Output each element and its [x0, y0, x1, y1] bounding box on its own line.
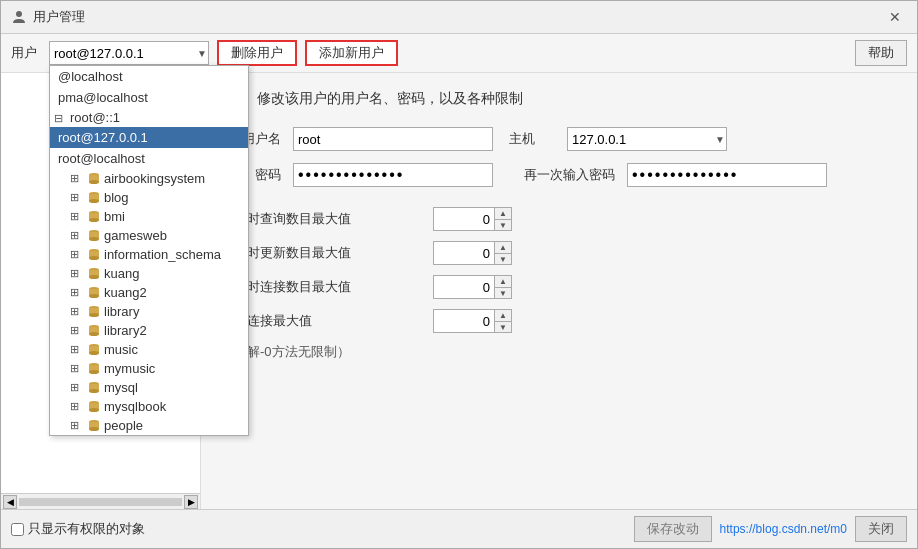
- window-title: 用户管理: [33, 8, 85, 26]
- svg-point-27: [89, 332, 99, 336]
- spinner-down-3[interactable]: ▼: [495, 321, 511, 332]
- spinner-input-0[interactable]: [434, 208, 494, 230]
- close-button[interactable]: 关闭: [855, 516, 907, 542]
- window-close-button[interactable]: ✕: [883, 7, 907, 27]
- tree-toggle-1[interactable]: ⊞: [70, 191, 84, 204]
- svg-point-30: [89, 351, 99, 355]
- tree-toggle-0[interactable]: ⊞: [70, 172, 84, 185]
- tree-toggle-6[interactable]: ⊞: [70, 286, 84, 299]
- spinner-down-0[interactable]: ▼: [495, 219, 511, 230]
- svg-point-9: [89, 218, 99, 222]
- right-panel: 修改该用户的用户名、密码，以及各种限制 用户名 主机 127.0.0.1 ▼ 密…: [201, 73, 917, 509]
- tree-label-0: airbookingsystem: [104, 171, 205, 186]
- user-select-input[interactable]: [49, 41, 209, 65]
- svg-point-24: [89, 313, 99, 317]
- section-title: 修改该用户的用户名、密码，以及各种限制: [257, 90, 523, 108]
- dropdown-item-1[interactable]: pma@localhost: [50, 87, 248, 108]
- tree-item-3[interactable]: ⊞gamesweb: [50, 226, 248, 245]
- tree-label-6: kuang2: [104, 285, 147, 300]
- limit-row-2: 每小时连接数目最大值▲▼: [221, 275, 897, 299]
- spinner-input-3[interactable]: [434, 310, 494, 332]
- tree-item-13[interactable]: ⊞people: [50, 416, 248, 435]
- tree-toggle-12[interactable]: ⊞: [70, 400, 84, 413]
- db-icon-13: [87, 419, 101, 433]
- tree-item-9[interactable]: ⊞music: [50, 340, 248, 359]
- username-input[interactable]: [293, 127, 493, 151]
- spinner-up-3[interactable]: ▲: [495, 310, 511, 321]
- tree-toggle-5[interactable]: ⊞: [70, 267, 84, 280]
- svg-point-0: [16, 11, 22, 17]
- scroll-right-button[interactable]: ▶: [184, 495, 198, 509]
- password-input[interactable]: [293, 163, 493, 187]
- dropdown-item-2[interactable]: root@::1: [68, 110, 120, 125]
- db-icon-2: [87, 210, 101, 224]
- spacer: [221, 199, 897, 207]
- dropdown-item-4[interactable]: root@localhost: [50, 148, 248, 169]
- tree-item-4[interactable]: ⊞information_schema: [50, 245, 248, 264]
- show-privileged-label: 只显示有权限的对象: [28, 520, 145, 538]
- host-select[interactable]: 127.0.0.1: [567, 127, 727, 151]
- db-icon-10: [87, 362, 101, 376]
- spinner-up-2[interactable]: ▲: [495, 276, 511, 287]
- tree-toggle-7[interactable]: ⊞: [70, 305, 84, 318]
- titlebar: 用户管理 ✕: [1, 1, 917, 34]
- db-icon-6: [87, 286, 101, 300]
- add-user-button[interactable]: 添加新用户: [305, 40, 398, 66]
- tree-label-12: mysqlbook: [104, 399, 166, 414]
- svg-point-42: [89, 427, 99, 431]
- user-dropdown-panel: @localhost pma@localhost ⊟ root@::1 root…: [49, 65, 249, 436]
- svg-point-18: [89, 275, 99, 279]
- tree-expand-icon[interactable]: ⊟: [54, 112, 68, 125]
- spinner-down-1[interactable]: ▼: [495, 253, 511, 264]
- save-button[interactable]: 保存改动: [634, 516, 712, 542]
- tree-item-10[interactable]: ⊞mymusic: [50, 359, 248, 378]
- tree-item-6[interactable]: ⊞kuang2: [50, 283, 248, 302]
- help-button[interactable]: 帮助: [855, 40, 907, 66]
- scrollbar-track[interactable]: [19, 498, 182, 506]
- dropdown-item-3[interactable]: root@127.0.0.1: [50, 127, 248, 148]
- db-icon-11: [87, 381, 101, 395]
- form-row-username: 用户名 主机 127.0.0.1 ▼: [221, 127, 897, 151]
- tree-item-11[interactable]: ⊞mysql: [50, 378, 248, 397]
- dropdown-group-root-1: ⊟ root@::1: [50, 108, 248, 127]
- svg-point-33: [89, 370, 99, 374]
- show-privileged-checkbox[interactable]: [11, 523, 24, 536]
- spinner-input-2[interactable]: [434, 276, 494, 298]
- db-icon-12: [87, 400, 101, 414]
- tree-item-2[interactable]: ⊞bmi: [50, 207, 248, 226]
- delete-user-button[interactable]: 删除用户: [217, 40, 297, 66]
- tree-toggle-9[interactable]: ⊞: [70, 343, 84, 356]
- tree-toggle-11[interactable]: ⊞: [70, 381, 84, 394]
- tree-toggle-10[interactable]: ⊞: [70, 362, 84, 375]
- confirm-password-input[interactable]: [627, 163, 827, 187]
- limit-row-1: 每小时更新数目最大值▲▼: [221, 241, 897, 265]
- confirm-label: 再一次输入密码: [505, 166, 615, 184]
- tree-item-8[interactable]: ⊞library2: [50, 321, 248, 340]
- tree-item-12[interactable]: ⊞mysqlbook: [50, 397, 248, 416]
- tree-label-10: mymusic: [104, 361, 155, 376]
- host-select-wrapper: 127.0.0.1 ▼: [567, 127, 727, 151]
- tree-toggle-13[interactable]: ⊞: [70, 419, 84, 432]
- tree-toggle-3[interactable]: ⊞: [70, 229, 84, 242]
- tree-item-5[interactable]: ⊞kuang: [50, 264, 248, 283]
- tree-toggle-2[interactable]: ⊞: [70, 210, 84, 223]
- tree-label-3: gamesweb: [104, 228, 167, 243]
- spinner-up-1[interactable]: ▲: [495, 242, 511, 253]
- spinner-up-0[interactable]: ▲: [495, 208, 511, 219]
- tree-item-0[interactable]: ⊞airbookingsystem: [50, 169, 248, 188]
- dropdown-item-0[interactable]: @localhost: [50, 66, 248, 87]
- tree-toggle-8[interactable]: ⊞: [70, 324, 84, 337]
- scrollbar-area: ◀ ▶: [1, 493, 200, 509]
- scroll-left-button[interactable]: ◀: [3, 495, 17, 509]
- tree-toggle-4[interactable]: ⊞: [70, 248, 84, 261]
- limit-label-1: 每小时更新数目最大值: [221, 244, 421, 262]
- db-icon-1: [87, 191, 101, 205]
- tree-item-1[interactable]: ⊞blog: [50, 188, 248, 207]
- spinner-down-2[interactable]: ▼: [495, 287, 511, 298]
- db-icon-4: [87, 248, 101, 262]
- tree-item-7[interactable]: ⊞library: [50, 302, 248, 321]
- footer-link[interactable]: https://blog.csdn.net/m0: [720, 522, 847, 536]
- titlebar-left: 用户管理: [11, 8, 85, 26]
- show-privileged-checkbox-label[interactable]: 只显示有权限的对象: [11, 520, 145, 538]
- spinner-input-1[interactable]: [434, 242, 494, 264]
